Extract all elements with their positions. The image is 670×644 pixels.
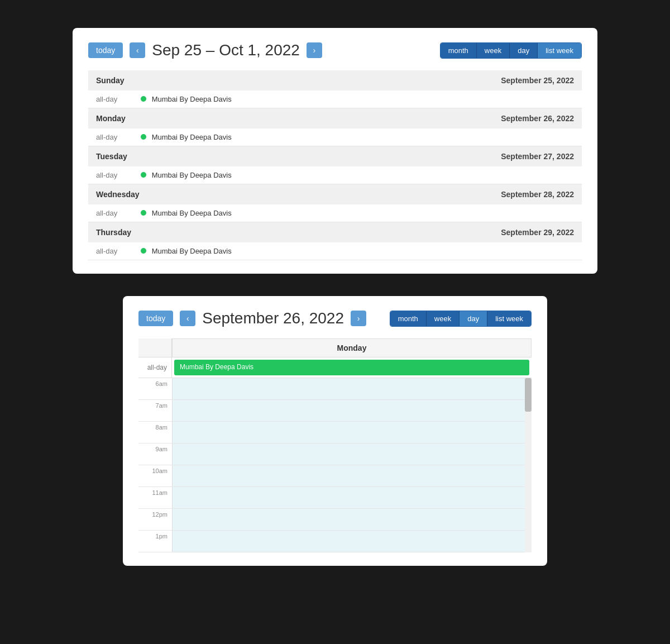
top-day-name: Wednesday <box>88 184 195 205</box>
top-event-title: Mumbai By Deepa Davis <box>133 166 582 184</box>
bottom-time-row: 7am <box>138 400 532 422</box>
top-view-buttons: month week day list week <box>440 42 582 59</box>
top-event-title: Mumbai By Deepa Davis <box>133 128 582 146</box>
bottom-time-slot[interactable] <box>172 378 525 399</box>
bottom-time-label: 9am <box>138 443 172 452</box>
bottom-time-row: 10am <box>138 465 532 487</box>
top-day-header-row: Monday September 26, 2022 <box>88 108 582 129</box>
top-day-header-row: Sunday September 25, 2022 <box>88 70 582 90</box>
bottom-calendar-panel: today ‹ September 26, 2022 › month week … <box>123 296 547 566</box>
bottom-time-row: 11am <box>138 487 532 509</box>
top-event-time: all-day <box>88 204 133 222</box>
bottom-time-label: 7am <box>138 400 172 409</box>
bottom-time-slot[interactable] <box>172 443 525 465</box>
top-event-row[interactable]: all-day Mumbai By Deepa Davis <box>88 128 582 146</box>
bottom-next-button[interactable]: › <box>351 311 366 326</box>
top-event-time: all-day <box>88 166 133 184</box>
top-event-name: Mumbai By Deepa Davis <box>152 171 232 179</box>
bottom-time-label: 12pm <box>138 509 172 518</box>
bottom-time-slot[interactable] <box>172 531 525 552</box>
top-day-header-row: Thursday September 29, 2022 <box>88 222 582 243</box>
top-event-time: all-day <box>88 242 133 260</box>
bottom-calendar-header: today ‹ September 26, 2022 › month week … <box>138 309 532 327</box>
bottom-calendar-title: September 26, 2022 <box>202 309 344 327</box>
bottom-view-day[interactable]: day <box>460 311 487 326</box>
bottom-time-row: 1pm <box>138 531 532 552</box>
top-view-week[interactable]: week <box>477 43 510 58</box>
bottom-allday-row: all-day Mumbai By Deepa Davis <box>138 357 532 378</box>
bottom-view-week[interactable]: week <box>427 311 460 326</box>
bottom-time-slot[interactable] <box>172 400 525 421</box>
bottom-time-label: 6am <box>138 378 172 387</box>
bottom-view-month[interactable]: month <box>390 311 427 326</box>
bottom-view-listweek[interactable]: list week <box>487 311 531 326</box>
top-day-name: Sunday <box>88 70 195 90</box>
top-event-title: Mumbai By Deepa Davis <box>133 242 582 260</box>
event-dot-icon <box>141 172 146 178</box>
bottom-header-left: today ‹ September 26, 2022 › <box>138 309 366 327</box>
bottom-time-slot[interactable] <box>172 509 525 530</box>
top-event-row[interactable]: all-day Mumbai By Deepa Davis <box>88 242 582 260</box>
bottom-view-buttons: month week day list week <box>390 311 532 327</box>
bottom-time-row: 9am <box>138 443 532 465</box>
top-day-header-row: Tuesday September 27, 2022 <box>88 146 582 167</box>
event-dot-icon <box>141 134 146 140</box>
top-calendar-panel: today ‹ Sep 25 – Oct 1, 2022 › month wee… <box>73 28 597 274</box>
top-calendar-header: today ‹ Sep 25 – Oct 1, 2022 › month wee… <box>88 41 582 59</box>
top-view-listweek[interactable]: list week <box>538 43 581 58</box>
top-event-row[interactable]: all-day Mumbai By Deepa Davis <box>88 90 582 108</box>
top-event-row[interactable]: all-day Mumbai By Deepa Davis <box>88 204 582 222</box>
top-event-name: Mumbai By Deepa Davis <box>152 133 232 141</box>
bottom-allday-label: all-day <box>138 357 172 378</box>
top-event-time: all-day <box>88 90 133 108</box>
bottom-time-row: 12pm <box>138 509 532 531</box>
bottom-time-grid: 6am 7am 8am 9am 10am 11am 12pm 1pm <box>138 378 532 552</box>
bottom-prev-button[interactable]: ‹ <box>180 311 195 326</box>
bottom-today-button[interactable]: today <box>138 311 173 326</box>
top-day-date: September 26, 2022 <box>195 108 582 129</box>
bottom-time-label: 11am <box>138 487 172 496</box>
top-view-day[interactable]: day <box>510 43 538 58</box>
top-event-row[interactable]: all-day Mumbai By Deepa Davis <box>88 166 582 184</box>
top-view-month[interactable]: month <box>441 43 477 58</box>
top-today-button[interactable]: today <box>88 42 123 58</box>
top-event-title: Mumbai By Deepa Davis <box>133 90 582 108</box>
bottom-allday-event[interactable]: Mumbai By Deepa Davis <box>174 360 529 375</box>
top-event-name: Mumbai By Deepa Davis <box>152 247 232 255</box>
top-event-name: Mumbai By Deepa Davis <box>152 95 232 103</box>
top-calendar-title: Sep 25 – Oct 1, 2022 <box>152 41 300 59</box>
bottom-scrollbar-track[interactable] <box>525 378 532 552</box>
top-prev-button[interactable]: ‹ <box>130 42 145 58</box>
top-day-date: September 25, 2022 <box>195 70 582 90</box>
bottom-time-label: 8am <box>138 422 172 431</box>
top-event-time: all-day <box>88 128 133 146</box>
bottom-time-slot[interactable] <box>172 465 525 486</box>
top-day-header-row: Wednesday September 28, 2022 <box>88 184 582 205</box>
top-day-date: September 27, 2022 <box>195 146 582 167</box>
top-day-date: September 28, 2022 <box>195 184 582 205</box>
event-dot-icon <box>141 210 146 216</box>
bottom-scrollbar-thumb[interactable] <box>525 378 532 412</box>
bottom-time-slot[interactable] <box>172 487 525 508</box>
top-day-name: Tuesday <box>88 146 195 167</box>
top-next-button[interactable]: › <box>307 42 322 58</box>
event-dot-icon <box>141 96 146 102</box>
bottom-time-label: 1pm <box>138 531 172 540</box>
top-calendar-list: Sunday September 25, 2022 all-day Mumbai… <box>88 70 582 260</box>
bottom-time-slot[interactable] <box>172 422 525 443</box>
top-day-name: Monday <box>88 108 195 129</box>
top-event-title: Mumbai By Deepa Davis <box>133 204 582 222</box>
bottom-day-header: Monday <box>172 338 532 357</box>
top-header-left: today ‹ Sep 25 – Oct 1, 2022 › <box>88 41 322 59</box>
bottom-time-row: 8am <box>138 422 532 443</box>
bottom-time-label: 10am <box>138 465 172 474</box>
bottom-time-row: 6am <box>138 378 532 400</box>
top-event-name: Mumbai By Deepa Davis <box>152 209 232 217</box>
bottom-day-grid: Monday all-day Mumbai By Deepa Davis 6am… <box>138 338 532 552</box>
event-dot-icon <box>141 248 146 254</box>
top-day-name: Thursday <box>88 222 195 243</box>
top-day-date: September 29, 2022 <box>195 222 582 243</box>
